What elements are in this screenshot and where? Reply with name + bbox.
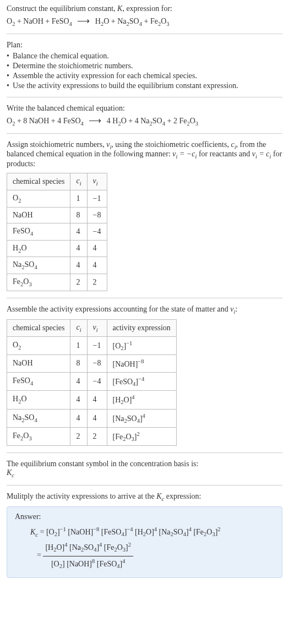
cell-nu: 4 [87,409,107,427]
answer-box: Answer: Kc = [O2]−1 [NaOH]−8 [FeSO4]−4 [… [7,506,282,578]
table-row: Na2SO444 [7,257,107,274]
assemble-text: Assemble the activity expressions accoun… [7,305,282,315]
arrow-icon: ⟶ [85,116,105,125]
cell-activity: [NaOH]−8 [107,355,176,373]
cell-activity: [FeSO4]−4 [107,372,176,390]
col-nui: νi [87,173,107,190]
table-row: H2O44[H2O]4 [7,391,177,409]
col-ci: ci [70,173,87,190]
cell-species: Na2SO4 [7,409,70,427]
cell-c: 4 [70,240,87,257]
cell-c: 1 [70,336,87,354]
plan-section: Plan: •Balance the chemical equation. •D… [7,41,282,90]
cell-nu: −8 [87,207,107,223]
bullet-icon: • [7,81,9,90]
cell-species: H2O [7,240,70,257]
c-symbol: ci [231,140,236,149]
cell-species: FeSO4 [7,372,70,390]
intro-line: Construct the equilibrium constant, K, e… [7,4,282,13]
plan-heading: Plan: [7,41,282,50]
eq-lhs: O2 + NaOH + FeSO4 [7,17,72,25]
assemble-a: Assemble the activity expressions accoun… [7,305,230,313]
intro-text-a: Construct the equilibrium constant, [7,4,117,13]
assign-b: , using the stoichiometric coefficients, [111,140,231,149]
cell-c: 4 [70,257,87,274]
plan-item-text: Balance the chemical equation. [13,52,109,61]
cell-species: H2O [7,391,70,409]
balanced-section: Write the balanced chemical equation: O2… [7,104,282,127]
cell-c: 2 [70,428,87,446]
table-row: FeSO44−4 [7,223,107,240]
table-row: H2O44 [7,240,107,257]
kc-symbol-inline: Kc [156,492,164,500]
cell-species: Fe2O3 [7,274,70,291]
col-species: chemical species [7,319,70,336]
cell-activity: [Fe2O3]2 [107,428,176,446]
cell-c: 4 [70,372,87,390]
cell-species: O2 [7,336,70,354]
table-row: Fe2O322 [7,274,107,291]
col-ci: ci [70,319,87,336]
cell-nu: 2 [87,428,107,446]
multiply-text: Mulitply the activity expressions to arr… [7,492,282,502]
col-species: chemical species [7,173,70,190]
k-symbol: K [117,4,122,13]
divider [7,452,282,453]
kc-line1: Kc = [O2]−1 [NaOH]−8 [FeSO4]−4 [H2O]4 [N… [30,525,274,540]
kc-symbol: Kc [7,468,282,478]
assign-a: Assign stoichiometric numbers, [7,140,106,149]
plan-item-text: Assemble the activity expression for eac… [13,72,197,80]
plan-list: •Balance the chemical equation. •Determi… [7,52,282,90]
table-row: NaOH8−8[NaOH]−8 [7,355,177,373]
cell-nu: −1 [87,336,107,354]
table-row: O21−1 [7,190,107,207]
kc-line2: = [H2O]4 [Na2SO4]4 [Fe2O3]2 [O2] [NaOH]8… [30,540,274,572]
kc-expression: Kc = [O2]−1 [NaOH]−8 [FeSO4]−4 [H2O]4 [N… [30,525,274,572]
cell-c: 2 [70,274,87,291]
intro-section: Construct the equilibrium constant, K, e… [7,4,282,27]
cell-c: 8 [70,355,87,373]
kc-symbol-section: The equilibrium constant symbol in the c… [7,460,282,478]
cell-species: Na2SO4 [7,257,70,274]
nu-symbol: νi [106,140,111,149]
plan-item: •Use the activity expressions to build t… [7,81,282,90]
assign-d: for reactants and [197,150,252,158]
stoich-table: chemical species ci νi O21−1 NaOH8−8 FeS… [7,173,107,291]
table-header-row: chemical species ci νi activity expressi… [7,319,177,336]
multiply-b: expression: [164,492,201,500]
eq-rhs: H2O + Na2SO4 + Fe2O3 [95,17,170,25]
plan-item-text: Use the activity expressions to build th… [13,81,238,90]
col-nui: νi [87,319,107,336]
assign-text: Assign stoichiometric numbers, νi, using… [7,140,282,169]
divider [7,485,282,485]
bullet-icon: • [7,62,9,70]
cell-nu: −1 [87,190,107,207]
cell-c: 4 [70,391,87,409]
fraction-numerator: [H2O]4 [Na2SO4]4 [Fe2O3]2 [43,540,133,556]
cell-activity: [H2O]4 [107,391,176,409]
plan-item-text: Determine the stoichiometric numbers. [13,62,133,70]
table-row: O21−1[O2]−1 [7,336,177,354]
answer-label: Answer: [15,512,274,521]
cell-nu: 4 [87,240,107,257]
kc-line1: The equilibrium constant symbol in the c… [7,460,282,468]
cell-species: O2 [7,190,70,207]
cell-nu: −4 [87,372,107,390]
cell-nu: 4 [87,257,107,274]
fraction-denominator: [O2] [NaOH]8 [FeSO4]4 [43,556,133,572]
plan-item: •Balance the chemical equation. [7,52,282,61]
cell-c: 1 [70,190,87,207]
assemble-b: : [235,305,237,313]
divider [7,34,282,34]
activity-table: chemical species ci νi activity expressi… [7,319,177,446]
table-row: Fe2O322[Fe2O3]2 [7,428,177,446]
plan-item: •Assemble the activity expression for ea… [7,72,282,80]
table-row: Na2SO444[Na2SO4]4 [7,409,177,427]
table-row: FeSO44−4[FeSO4]−4 [7,372,177,390]
cell-c: 4 [70,409,87,427]
table-row: NaOH8−8 [7,207,107,223]
balanced-equation: O2 + 8 NaOH + 4 FeSO4 ⟶ 4 H2O + 4 Na2SO4… [7,115,282,127]
fraction: [H2O]4 [Na2SO4]4 [Fe2O3]2 [O2] [NaOH]8 [… [43,540,133,572]
nu-neg-c: νi = −ci [172,150,197,158]
plan-item: •Determine the stoichiometric numbers. [7,62,282,70]
